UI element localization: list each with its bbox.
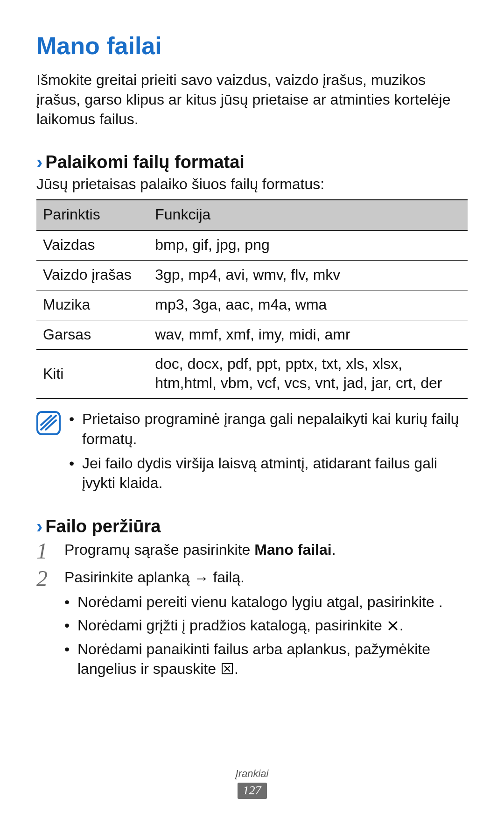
- table-row: Garsas wav, mmf, xmf, imy, midi, amr: [36, 320, 468, 350]
- section-heading-text: Palaikomi failų formatai: [45, 152, 245, 172]
- substep-text: Norėdami grįžti į pradžios katalogą, pas…: [77, 617, 386, 634]
- substep-text: .: [399, 617, 404, 634]
- close-icon: [387, 620, 399, 631]
- table-cell-function: doc, docx, pdf, ppt, pptx, txt, xls, xls…: [148, 350, 468, 399]
- arrow-right-icon: →: [194, 568, 209, 588]
- substep-text: .: [234, 660, 238, 677]
- step-text: Pasirinkite aplanką: [64, 569, 194, 586]
- section-heading-text: Failo peržiūra: [45, 516, 161, 536]
- delete-icon: [221, 663, 233, 675]
- step-number: 2: [36, 564, 48, 594]
- table-cell-function: mp3, 3ga, aac, m4a, wma: [148, 290, 468, 320]
- step-bold: Mano failai: [254, 541, 331, 558]
- table-cell-function: 3gp, mp4, avi, wmv, flv, mkv: [148, 260, 468, 290]
- substep-text: Norėdami panaikinti failus arba aplankus…: [77, 641, 430, 677]
- step-text: Programų sąraše pasirinkite: [64, 541, 254, 558]
- table-row: Muzika mp3, 3ga, aac, m4a, wma: [36, 290, 468, 320]
- page-footer: Įrankiai 127: [0, 768, 504, 799]
- note-item: Prietaiso programinė įranga gali nepalai…: [69, 409, 468, 448]
- step-item: 2 Pasirinkite aplanką → failą. Norėdami …: [36, 567, 468, 679]
- note-list: Prietaiso programinė įranga gali nepalai…: [69, 409, 468, 497]
- note-icon: [36, 411, 61, 435]
- chevron-icon: ›: [36, 152, 42, 172]
- footer-category: Įrankiai: [0, 768, 504, 780]
- footer-page-number: 127: [238, 783, 267, 799]
- note-box: Prietaiso programinė įranga gali nepalai…: [36, 409, 468, 497]
- substep-item: Norėdami panaikinti failus arba aplankus…: [64, 639, 468, 679]
- step-text: failą.: [209, 569, 244, 586]
- note-item: Jei failo dydis viršija laisvą atmintį, …: [69, 453, 468, 493]
- step-item: 1 Programų sąraše pasirinkite Mano faila…: [36, 540, 468, 560]
- chevron-icon: ›: [36, 516, 42, 537]
- table-cell-option: Garsas: [36, 320, 148, 350]
- table-cell-function: wav, mmf, xmf, imy, midi, amr: [148, 320, 468, 350]
- table-row: Kiti doc, docx, pdf, ppt, pptx, txt, xls…: [36, 350, 468, 399]
- table-header-option: Parinktis: [36, 200, 148, 230]
- table-header-row: Parinktis Funkcija: [36, 200, 468, 230]
- substeps-list: Norėdami pereiti vienu katalogo lygiu at…: [64, 592, 468, 679]
- page-title: Mano failai: [36, 32, 468, 60]
- table-row: Vaizdo įrašas 3gp, mp4, avi, wmv, flv, m…: [36, 260, 468, 290]
- section-heading-formats: ›Palaikomi failų formatai: [36, 152, 468, 173]
- substep-item: Norėdami grįžti į pradžios katalogą, pas…: [64, 615, 468, 635]
- step-text: .: [332, 541, 336, 558]
- table-cell-function: bmp, gif, jpg, png: [148, 230, 468, 260]
- document-page: Mano failai Išmokite greitai prieiti sav…: [0, 0, 504, 827]
- table-cell-option: Vaizdo įrašas: [36, 260, 148, 290]
- table-cell-option: Vaizdas: [36, 230, 148, 260]
- step-number: 1: [36, 536, 48, 566]
- intro-paragraph: Išmokite greitai prieiti savo vaizdus, v…: [36, 70, 468, 129]
- section-intro-formats: Jūsų prietaisas palaiko šiuos failų form…: [36, 176, 468, 193]
- substep-item: Norėdami pereiti vienu katalogo lygiu at…: [64, 592, 468, 612]
- substep-text: Norėdami pereiti vienu katalogo lygiu at…: [77, 594, 443, 610]
- formats-table: Parinktis Funkcija Vaizdas bmp, gif, jpg…: [36, 199, 468, 399]
- table-cell-option: Kiti: [36, 350, 148, 399]
- table-row: Vaizdas bmp, gif, jpg, png: [36, 230, 468, 260]
- table-header-function: Funkcija: [148, 200, 468, 230]
- table-cell-option: Muzika: [36, 290, 148, 320]
- section-heading-view: ›Failo peržiūra: [36, 516, 468, 537]
- steps-list: 1 Programų sąraše pasirinkite Mano faila…: [36, 540, 468, 679]
